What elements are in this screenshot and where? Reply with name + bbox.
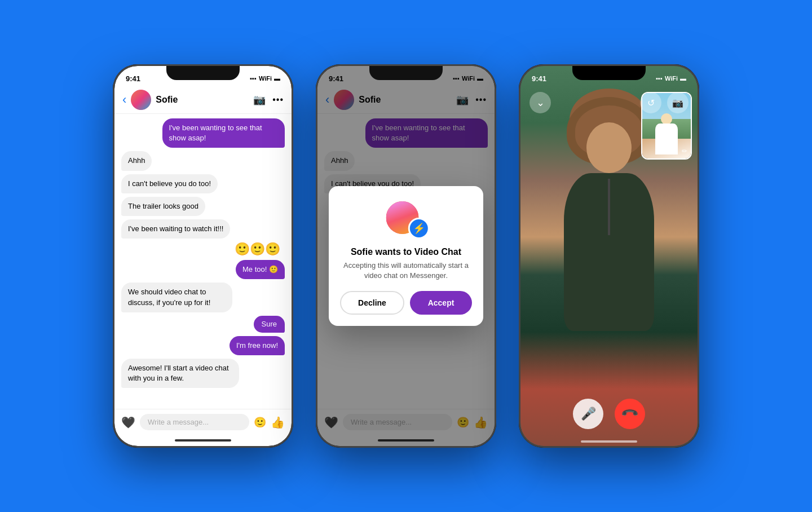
video-battery-icon: ▬: [680, 75, 686, 82]
jacket-zipper: [608, 179, 610, 235]
bubble-3: I can't believe you do too!: [121, 174, 218, 193]
more-icon-1[interactable]: •••: [272, 95, 284, 105]
home-bar-3: [581, 440, 637, 443]
message-10: Awesome! I'll start a video chat with yo…: [121, 359, 285, 388]
emoji-message: 🙂🙂🙂: [235, 242, 280, 257]
emoji-icon-1[interactable]: 🙂: [254, 416, 266, 429]
modal-title: Sofie wants to Video Chat: [340, 247, 472, 257]
modal-avatar-section: ⚡: [340, 200, 472, 239]
like-icon-1[interactable]: 👍: [271, 416, 285, 429]
modal-buttons: Decline Accept: [340, 291, 472, 315]
message-3: I can't believe you do too!: [121, 174, 285, 193]
end-call-icon: 📞: [620, 404, 640, 424]
top-right-controls: ↺ 📷: [640, 92, 689, 113]
emoji-row: 🙂🙂🙂: [121, 242, 285, 257]
microphone-icon: 🎤: [581, 407, 596, 421]
bubble-6: Me too! 🙂: [236, 260, 285, 279]
camera-flip-icon: ↺: [647, 98, 655, 108]
camera-icon: 📷: [672, 98, 683, 108]
phone-3: ✏ 9:41 ▪▪▪ WiFi ▬ ⌄ ↺: [519, 64, 699, 448]
heart-sticker-icon[interactable]: 🖤: [121, 416, 135, 429]
end-call-button[interactable]: 📞: [615, 399, 645, 429]
bubble-7: We should video chat to discuss, if you'…: [121, 283, 232, 312]
message-6: Me too! 🙂: [121, 260, 285, 279]
status-icons-1: ▪▪▪ WiFi ▬: [250, 75, 280, 82]
video-chat-modal: ⚡ Sofie wants to Video Chat Accepting th…: [329, 186, 483, 326]
status-time-1: 9:41: [126, 74, 140, 83]
video-status-icons: ▪▪▪ WiFi ▬: [656, 75, 686, 82]
video-call-icon-1[interactable]: 📷: [253, 94, 266, 106]
bubble-8: Sure: [254, 316, 285, 333]
mute-button[interactable]: 🎤: [573, 399, 603, 429]
modal-description: Accepting this will automatically start …: [340, 261, 472, 281]
message-2: Ahhh: [121, 151, 285, 170]
face-shape: [586, 122, 632, 173]
decline-button[interactable]: Decline: [340, 291, 404, 315]
home-indicator-1: [114, 435, 292, 446]
message-7: We should video chat to discuss, if you'…: [121, 283, 285, 312]
thumbnail-edit-icon[interactable]: ✏: [682, 147, 687, 155]
video-status-time: 9:41: [532, 74, 546, 83]
message-8: Sure: [121, 316, 285, 333]
bottom-bar-1: 🖤 Write a message... 🙂 👍: [114, 409, 292, 435]
notch-1: [166, 64, 240, 80]
bubble-4: The trailer looks good: [121, 197, 205, 216]
video-wifi-icon: WiFi: [665, 75, 678, 82]
notch-3: [572, 64, 646, 80]
message-4: The trailer looks good: [121, 197, 285, 216]
bubble-5: I've been waiting to watch it!!!: [121, 219, 230, 239]
flip-camera-button[interactable]: ↺: [640, 92, 661, 113]
home-indicator-3: [520, 440, 698, 443]
bubble-9: I'm free now!: [230, 336, 285, 355]
message-input-1[interactable]: Write a message...: [140, 414, 249, 430]
notch-2: [369, 64, 443, 80]
accept-button[interactable]: Accept: [410, 291, 472, 315]
battery-icon: ▬: [274, 75, 280, 82]
body-shape: [564, 173, 654, 331]
contact-name-1: Sofie: [156, 95, 249, 105]
messenger-logo-icon: ⚡: [408, 218, 430, 239]
message-5: I've been waiting to watch it!!!: [121, 219, 285, 239]
video-signal-icon: ▪▪▪: [656, 75, 663, 82]
video-top-controls: ⌄ ↺ 📷: [520, 87, 698, 118]
chevron-down-icon: ⌄: [536, 98, 545, 108]
thumb-person: [652, 113, 681, 158]
back-button-1[interactable]: ‹: [122, 92, 126, 107]
message-9: I'm free now!: [121, 336, 285, 355]
nav-action-icons-1: 📷 •••: [253, 94, 284, 106]
bubble-1: I've been wanting to see that show asap!: [162, 118, 285, 148]
bubble-2: Ahhh: [121, 151, 152, 170]
camera-toggle-button[interactable]: 📷: [667, 92, 689, 113]
avatar-1: [131, 90, 151, 110]
message-1: I've been wanting to see that show asap!: [121, 118, 285, 148]
signal-icon: ▪▪▪: [250, 75, 257, 82]
nav-bar-1: ‹ Sofie 📷 •••: [114, 86, 292, 114]
thumb-body: [655, 123, 678, 155]
minimize-button[interactable]: ⌄: [529, 92, 551, 113]
wifi-icon: WiFi: [259, 75, 272, 82]
video-bottom-controls: 🎤 📞: [520, 399, 698, 429]
modal-overlay: ⚡ Sofie wants to Video Chat Accepting th…: [317, 66, 495, 446]
phone-1: 9:41 ▪▪▪ WiFi ▬ ‹ Sofie 📷 •••: [113, 64, 293, 448]
chat-area-1: I've been wanting to see that show asap!…: [114, 114, 292, 409]
main-video-person: [520, 111, 698, 446]
phone-2: 9:41 ▪▪▪ WiFi ▬ ‹ Sofie 📷 •••: [316, 64, 496, 448]
bubble-10: Awesome! I'll start a video chat with yo…: [121, 359, 239, 388]
